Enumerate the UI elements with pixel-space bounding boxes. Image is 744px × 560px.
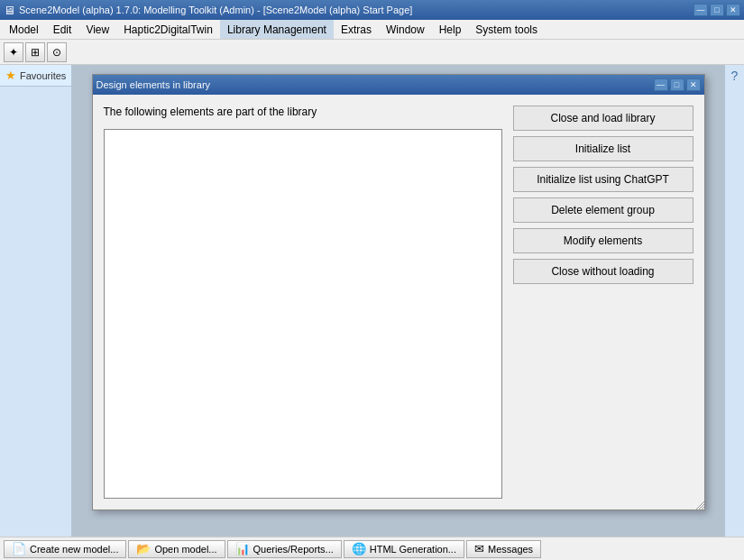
toolbar-btn-1[interactable]: ✦ <box>4 42 23 62</box>
minimize-btn[interactable]: — <box>693 4 708 16</box>
taskbar-html-gen[interactable]: 🌐 HTML Generation... <box>344 540 464 558</box>
dialog-title: Design elements in library <box>96 79 211 90</box>
close-load-button[interactable]: Close and load library <box>513 106 693 131</box>
canvas-area: Design elements in library — □ ✕ The fol… <box>72 65 724 537</box>
taskbar-messages[interactable]: ✉ Messages <box>466 540 541 558</box>
modify-elements-button[interactable]: Modify elements <box>513 228 693 253</box>
dialog-titlebar: Design elements in library — □ ✕ <box>93 75 704 95</box>
initialize-chatgpt-button[interactable]: Initialize list using ChatGPT <box>513 167 693 192</box>
close-btn[interactable]: ✕ <box>726 4 740 16</box>
dialog-close-btn[interactable]: ✕ <box>686 78 701 91</box>
menu-help[interactable]: Help <box>432 20 469 39</box>
create-model-label: Create new model... <box>30 544 118 555</box>
dialog-resize-handle[interactable] <box>695 500 704 510</box>
html-gen-label: HTML Generation... <box>370 544 456 555</box>
create-model-icon: 📄 <box>12 542 26 555</box>
taskbar-create-model[interactable]: 📄 Create new model... <box>4 540 126 558</box>
left-sidebar: ★ Favourites <box>0 65 72 537</box>
toolbar-btn-2[interactable]: ⊞ <box>25 42 45 62</box>
queries-label: Queries/Reports... <box>253 544 334 555</box>
dialog-maximize-btn[interactable]: □ <box>670 78 684 91</box>
window-title: Scene2Model (alpha) 1.7.0: Modelling Too… <box>19 5 412 15</box>
menu-haptic[interactable]: Haptic2DigitalTwin <box>116 20 220 39</box>
taskbar-open-model[interactable]: 📂 Open model... <box>128 540 225 558</box>
html-gen-icon: 🌐 <box>352 542 366 555</box>
app-icon: 🖥 <box>4 4 15 17</box>
dialog-overlay: Design elements in library — □ ✕ The fol… <box>72 65 724 537</box>
dialog-minimize-btn[interactable]: — <box>654 78 668 91</box>
toolbar-btn-3[interactable]: ⊙ <box>47 42 67 62</box>
queries-icon: 📊 <box>235 542 250 555</box>
maximize-btn[interactable]: □ <box>710 4 724 16</box>
dialog-description-label: The following elements are part of the l… <box>104 106 502 118</box>
menu-bar: Model Edit View Haptic2DigitalTwin Libra… <box>0 20 744 40</box>
star-icon: ★ <box>5 69 16 82</box>
title-bar: 🖥 Scene2Model (alpha) 1.7.0: Modelling T… <box>0 0 744 20</box>
taskbar: 📄 Create new model... 📂 Open model... 📊 … <box>0 537 744 560</box>
design-elements-dialog: Design elements in library — □ ✕ The fol… <box>92 74 705 510</box>
toolbar: ✦ ⊞ ⊙ <box>0 40 744 65</box>
close-no-load-button[interactable]: Close without loading <box>513 259 693 284</box>
menu-extras[interactable]: Extras <box>334 20 379 39</box>
dialog-left-panel: The following elements are part of the l… <box>104 106 502 499</box>
delete-group-button[interactable]: Delete element group <box>513 197 693 223</box>
menu-window[interactable]: Window <box>379 20 432 39</box>
dialog-right-panel: Close and load library Initialize list I… <box>513 106 693 499</box>
menu-view[interactable]: View <box>78 20 116 39</box>
elements-listbox[interactable] <box>104 129 502 499</box>
menu-edit[interactable]: Edit <box>46 20 79 39</box>
dialog-body: The following elements are part of the l… <box>93 95 704 510</box>
open-model-label: Open model... <box>154 544 216 555</box>
taskbar-queries[interactable]: 📊 Queries/Reports... <box>227 540 342 558</box>
menu-model[interactable]: Model <box>2 20 46 39</box>
help-icon[interactable]: ? <box>731 69 739 83</box>
menu-library[interactable]: Library Management <box>220 20 334 39</box>
favourites-label: Favourites <box>20 70 66 81</box>
right-sidebar: ? <box>724 65 744 537</box>
open-model-icon: 📂 <box>136 542 151 555</box>
messages-label: Messages <box>488 544 533 555</box>
menu-system-tools[interactable]: System tools <box>468 20 545 39</box>
messages-icon: ✉ <box>474 542 484 555</box>
initialize-list-button[interactable]: Initialize list <box>513 136 693 161</box>
main-area: ★ Favourites Design elements in library … <box>0 65 744 537</box>
sidebar-favourites[interactable]: ★ Favourites <box>0 65 71 87</box>
